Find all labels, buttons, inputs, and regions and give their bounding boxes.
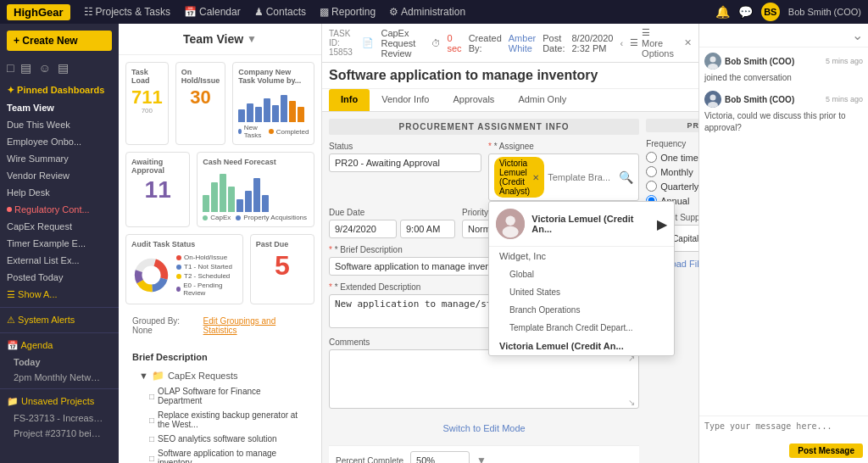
past-due-value: 5 bbox=[256, 252, 309, 279]
freq-radio-3[interactable] bbox=[646, 181, 657, 192]
freq-quarterly[interactable]: Quarterly bbox=[646, 181, 698, 192]
new-folder-icon[interactable]: ▤ bbox=[20, 61, 31, 75]
sidebar-item-employee[interactable]: Employee Onbo... bbox=[0, 133, 119, 150]
awaiting-title: Awaiting Approval bbox=[131, 158, 184, 175]
new-user-icon[interactable]: ☺ bbox=[38, 61, 50, 75]
edit-groupings-link[interactable]: Edit Groupings and Statistics bbox=[203, 316, 308, 335]
dropdown-items: Widget, Inc Global United States Branch … bbox=[489, 247, 674, 355]
more-options-icon: ☰ bbox=[630, 37, 638, 48]
legend-new-dot bbox=[238, 129, 242, 134]
left-sidebar: + Create New □ ▤ ☺ ▤ ✦ Pinned Dashboards… bbox=[0, 24, 119, 463]
post-message-button[interactable]: Post Message bbox=[789, 443, 863, 458]
comments-textarea[interactable] bbox=[329, 349, 639, 409]
user-name[interactable]: Bob Smith (COO) bbox=[788, 7, 861, 17]
task-item-2[interactable]: □ Replace existing backup generator at t… bbox=[132, 408, 308, 432]
more-options-button[interactable]: ☰ ☰ More Options bbox=[630, 27, 674, 59]
dashboard-grid: Task Load 711 700 On Hold/Issue 30 Compa… bbox=[119, 55, 321, 463]
sidebar-divider-1 bbox=[0, 307, 119, 308]
sidebar-agenda-item[interactable]: 2pm Monthly Network & Syste... bbox=[0, 370, 119, 385]
create-new-button[interactable]: + Create New bbox=[7, 31, 112, 51]
date-input[interactable] bbox=[329, 220, 397, 238]
main-container: + Create New □ ▤ ☺ ▤ ✦ Pinned Dashboards… bbox=[0, 24, 868, 463]
percent-chevron[interactable]: ▼ bbox=[476, 455, 487, 463]
task-item-4[interactable]: □ Software application to manage invento… bbox=[132, 446, 308, 463]
sidebar-item-vendor[interactable]: Vendor Review bbox=[0, 167, 119, 184]
created-by-value: Amber White bbox=[509, 33, 536, 53]
nav-administration[interactable]: ⚙ Administration bbox=[389, 6, 465, 18]
freq-monthly[interactable]: Monthly bbox=[646, 166, 698, 177]
cash-chart bbox=[203, 170, 309, 212]
tab-info[interactable]: Info bbox=[329, 89, 370, 111]
tab-admin-only[interactable]: Admin Only bbox=[506, 89, 578, 111]
post-date-label: Post Date: bbox=[542, 33, 565, 53]
app-logo[interactable]: HighGear bbox=[7, 4, 70, 20]
freq-one-time[interactable]: One time expense bbox=[646, 152, 698, 163]
sidebar-item-regulatory[interactable]: Regulatory Cont... bbox=[0, 201, 119, 218]
nav-reporting[interactable]: ▩ Reporting bbox=[320, 6, 376, 18]
sidebar-item-timer[interactable]: Timer Example E... bbox=[0, 235, 119, 252]
dashboard-row-2: Awaiting Approval 11 Cash Need Forecast bbox=[125, 152, 314, 227]
sidebar-show-more[interactable]: ☰ Show A... bbox=[0, 286, 119, 304]
assignee-search-icon[interactable]: 🔍 bbox=[619, 170, 633, 184]
chat-time-1: 5 mins ago bbox=[826, 57, 863, 65]
audit-title: Audit Task Status bbox=[131, 240, 237, 248]
sidebar-item-capex[interactable]: CapEx Request bbox=[0, 218, 119, 235]
sidebar-item-wire[interactable]: Wire Summary bbox=[0, 150, 119, 167]
chat-icon[interactable]: 💬 bbox=[738, 5, 753, 19]
sidebar-item-team-view[interactable]: Team View bbox=[0, 99, 119, 116]
user-avatar[interactable]: BS bbox=[761, 3, 780, 21]
new-task-icon[interactable]: □ bbox=[7, 61, 14, 75]
task-item-icon-4: □ bbox=[149, 454, 154, 463]
freq-radio-1[interactable] bbox=[646, 152, 657, 163]
bar-8 bbox=[298, 107, 304, 122]
bar-7 bbox=[289, 101, 296, 122]
comments-wrapper: ↗ ↘ bbox=[329, 349, 639, 411]
team-view-chevron-icon[interactable]: ▼ bbox=[247, 33, 257, 45]
collapse-icon[interactable]: ▼ bbox=[139, 371, 148, 381]
percent-select[interactable]: 50% bbox=[410, 451, 470, 463]
chat-collapse-button[interactable]: ⌄ bbox=[699, 24, 868, 47]
sidebar-item-due-week[interactable]: Due This Week bbox=[0, 116, 119, 133]
sidebar-item-posted[interactable]: Posted Today bbox=[0, 269, 119, 286]
freq-radio-2[interactable] bbox=[646, 166, 657, 177]
sidebar-item-helpdesk[interactable]: Help Desk bbox=[0, 184, 119, 201]
nav-projects[interactable]: ☷ Projects & Tasks bbox=[84, 6, 170, 18]
sidebar-system-alerts[interactable]: ⚠ System Alerts bbox=[0, 311, 119, 329]
dropdown-item-2[interactable]: Global bbox=[489, 265, 674, 283]
chat-input[interactable] bbox=[704, 421, 863, 440]
legend-new: New Tasks bbox=[238, 124, 263, 139]
notification-icon[interactable]: 🔔 bbox=[715, 5, 730, 19]
sidebar-unsaved-2[interactable]: Project #23710 being created bbox=[0, 426, 119, 441]
chat-time-2: 5 mins ago bbox=[826, 95, 863, 103]
tab-vendor-info[interactable]: Vendor Info bbox=[370, 89, 441, 111]
sidebar-item-external[interactable]: External List Ex... bbox=[0, 252, 119, 269]
date-field: Due Date bbox=[329, 208, 455, 238]
sidebar-unsaved-1[interactable]: FS-23713 - Increase producti... bbox=[0, 410, 119, 426]
dropdown-item-6[interactable]: Victoria Lemuel (Credit An... bbox=[489, 337, 674, 355]
switch-edit-mode-link[interactable]: Switch to Edit Mode bbox=[329, 418, 639, 438]
comments-expand-icon-2[interactable]: ↘ bbox=[626, 396, 637, 409]
nav-calendar[interactable]: 📅 Calendar bbox=[184, 6, 241, 18]
dropdown-user-name: Victoria Lemuel (Credit An... bbox=[531, 214, 650, 234]
assignee-template-input[interactable] bbox=[548, 172, 615, 182]
new-file-icon[interactable]: ▤ bbox=[58, 61, 69, 75]
dropdown-item-3[interactable]: United States bbox=[489, 283, 674, 301]
close-button[interactable]: ✕ bbox=[684, 37, 692, 48]
sidebar-agenda-today: Today bbox=[0, 354, 119, 370]
task-group-name: CapEx Requests bbox=[168, 371, 238, 381]
time-input[interactable] bbox=[400, 220, 455, 238]
cash-forecast-card: Cash Need Forecast Ca bbox=[197, 152, 314, 227]
dropdown-item-4[interactable]: Branch Operations bbox=[489, 301, 674, 319]
tab-approvals[interactable]: Approvals bbox=[441, 89, 506, 111]
status-select[interactable]: PR20 - Awaiting Approval bbox=[329, 153, 481, 172]
audit-card: Audit Task Status On-Hold/I bbox=[125, 234, 243, 304]
back-arrow-icon[interactable]: ‹ bbox=[620, 38, 623, 48]
bar-5 bbox=[272, 105, 279, 122]
assignee-remove-icon[interactable]: ✕ bbox=[532, 173, 539, 182]
task-item-1[interactable]: □ OLAP Software for Finance Department bbox=[132, 384, 308, 408]
task-item-3[interactable]: □ SEO analytics software solution bbox=[132, 432, 308, 446]
dropdown-cursor-icon: ▶ bbox=[657, 216, 667, 232]
nav-contacts[interactable]: ♟ Contacts bbox=[254, 6, 306, 18]
dropdown-item-1[interactable]: Widget, Inc bbox=[489, 247, 674, 265]
dropdown-item-5[interactable]: Template Branch Credit Depart... bbox=[489, 319, 674, 337]
